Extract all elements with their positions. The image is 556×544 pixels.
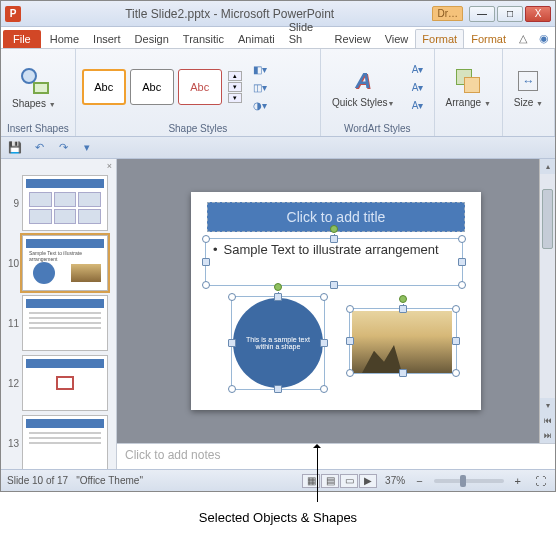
slide-canvas[interactable]: Click to add title Sample Text to illus [191, 192, 481, 410]
rotate-handle-icon[interactable] [274, 283, 282, 291]
text-fill-outline-effects: A▾ A▾ A▾ [408, 61, 428, 113]
tab-transitions[interactable]: Transitic [176, 29, 231, 48]
tab-insert[interactable]: Insert [86, 29, 128, 48]
resize-handle[interactable] [320, 339, 328, 347]
slide-editor: Click to add title Sample Text to illus [117, 159, 555, 469]
zoom-in-icon[interactable]: + [512, 475, 524, 487]
undo-icon[interactable]: ↶ [29, 139, 49, 157]
group-arrange: Arrange ▼ [435, 49, 503, 136]
prev-slide-icon[interactable]: ⏮ [540, 413, 555, 428]
resize-handle[interactable] [452, 305, 460, 313]
close-button[interactable]: X [525, 6, 551, 22]
gallery-up-icon[interactable]: ▴ [228, 71, 242, 81]
next-slide-icon[interactable]: ⏭ [540, 428, 555, 443]
tab-slideshow[interactable]: Slide Sh [282, 17, 328, 48]
tab-animations[interactable]: Animati [231, 29, 282, 48]
help-icon[interactable]: ◉ [533, 29, 555, 48]
qat-customize-icon[interactable]: ▾ [77, 139, 97, 157]
style-preset-2[interactable]: Abc [130, 69, 174, 105]
shape-effects-icon[interactable]: ◑▾ [250, 97, 270, 113]
resize-handle[interactable] [228, 385, 236, 393]
theme-name: "Office Theme" [76, 475, 143, 486]
tab-home[interactable]: Home [43, 29, 86, 48]
mountain-image[interactable] [352, 311, 452, 373]
size-button[interactable]: Size ▼ [509, 64, 548, 111]
thumbnail-slide-12[interactable] [22, 355, 108, 411]
resize-handle[interactable] [346, 337, 354, 345]
scroll-down-icon[interactable]: ▾ [540, 398, 555, 413]
arrange-button[interactable]: Arrange ▼ [441, 64, 496, 111]
resize-handle[interactable] [346, 305, 354, 313]
image-selection[interactable] [349, 308, 457, 374]
fit-to-window-icon[interactable]: ⛶ [532, 475, 549, 487]
scroll-up-icon[interactable]: ▴ [540, 159, 555, 174]
group-label-insert-shapes: Insert Shapes [7, 123, 69, 134]
file-tab[interactable]: File [3, 30, 41, 48]
redo-icon[interactable]: ↷ [53, 139, 73, 157]
style-preset-3[interactable]: Abc [178, 69, 222, 105]
resize-handle[interactable] [452, 337, 460, 345]
ribbon: Shapes ▼ Insert Shapes Abc Abc Abc ▴ ▾ ▾… [1, 49, 555, 137]
resize-handle[interactable] [274, 385, 282, 393]
shapes-button-label: Shapes [12, 98, 46, 109]
save-icon[interactable]: 💾 [5, 139, 25, 157]
shape-fill-icon[interactable]: ◧▾ [250, 61, 270, 77]
thumb-number: 12 [5, 378, 19, 389]
resize-handle[interactable] [228, 293, 236, 301]
resize-handle[interactable] [399, 305, 407, 313]
shapes-button[interactable]: Shapes ▼ [7, 63, 61, 112]
text-fill-icon[interactable]: A▾ [408, 61, 428, 77]
quick-styles-button[interactable]: A Quick Styles▼ [327, 64, 400, 111]
minimize-button[interactable]: — [469, 6, 495, 22]
rotate-handle-icon[interactable] [330, 225, 338, 233]
thumbnails-close-icon[interactable]: × [107, 161, 112, 173]
thumbnail-slide-9[interactable] [22, 175, 108, 231]
gallery-down-icon[interactable]: ▾ [228, 82, 242, 92]
rotate-handle-icon[interactable] [399, 295, 407, 303]
resize-handle[interactable] [452, 369, 460, 377]
gallery-scroll: ▴ ▾ ▾ [228, 71, 242, 103]
zoom-percent[interactable]: 37% [385, 475, 405, 486]
zoom-slider[interactable] [434, 479, 504, 483]
slideshow-view-icon[interactable]: ▶ [359, 474, 377, 488]
circle-shape-selection[interactable]: This is a sample text within a shape [231, 296, 325, 390]
tab-design[interactable]: Design [128, 29, 176, 48]
annotation-arrow-icon [317, 448, 318, 502]
chevron-down-icon: ▼ [388, 100, 395, 107]
titlebar: P Title Slide2.pptx - Microsoft PowerPoi… [1, 1, 555, 27]
size-icon [514, 67, 542, 95]
tab-review[interactable]: Review [328, 29, 378, 48]
shapes-icon [19, 66, 49, 96]
text-effects-icon[interactable]: A▾ [408, 97, 428, 113]
tab-format-picture[interactable]: Format [464, 29, 513, 48]
shape-outline-icon[interactable]: ◫▾ [250, 79, 270, 95]
thumbnail-slide-13[interactable] [22, 415, 108, 469]
resize-handle[interactable] [320, 293, 328, 301]
ribbon-collapse-icon[interactable]: △ [513, 29, 533, 48]
sorter-view-icon[interactable]: ▤ [321, 474, 339, 488]
arrange-icon [454, 67, 482, 95]
zoom-out-icon[interactable]: − [413, 475, 425, 487]
tab-format-drawing[interactable]: Format [415, 29, 464, 48]
thumbnail-slide-11[interactable] [22, 295, 108, 351]
maximize-button[interactable]: □ [497, 6, 523, 22]
style-preset-1[interactable]: Abc [82, 69, 126, 105]
zoom-slider-thumb[interactable] [460, 475, 466, 487]
reading-view-icon[interactable]: ▭ [340, 474, 358, 488]
notes-pane[interactable]: Click to add notes [117, 443, 555, 469]
resize-handle[interactable] [228, 339, 236, 347]
group-size: Size ▼ [503, 49, 555, 136]
body-placeholder-text[interactable]: Sample Text to illustrate arrangement [207, 240, 465, 286]
wordart-icon: A [349, 67, 377, 95]
vertical-scrollbar[interactable]: ▴ ▾ ⏮ ⏭ [539, 159, 555, 443]
resize-handle[interactable] [399, 369, 407, 377]
tab-view[interactable]: View [378, 29, 416, 48]
thumbnail-slide-10[interactable]: Sample Text to illustratearrangement [22, 235, 108, 291]
resize-handle[interactable] [320, 385, 328, 393]
resize-handle[interactable] [274, 293, 282, 301]
resize-handle[interactable] [346, 369, 354, 377]
canvas-area[interactable]: Click to add title Sample Text to illus [117, 159, 555, 443]
gallery-more-icon[interactable]: ▾ [228, 93, 242, 103]
scrollbar-thumb[interactable] [542, 189, 553, 249]
text-outline-icon[interactable]: A▾ [408, 79, 428, 95]
